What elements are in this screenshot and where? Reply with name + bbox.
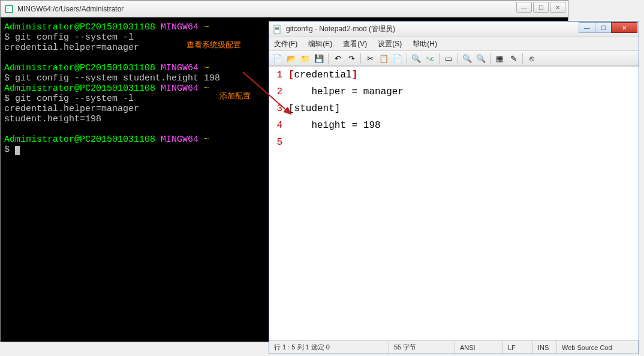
svg-rect-7 (275, 28, 279, 29)
scheme-icon[interactable]: ▦ (493, 52, 505, 64)
status-eol: LF (503, 341, 533, 354)
line-number-gutter: 12345 (269, 67, 286, 340)
minimize-button[interactable]: — (579, 22, 595, 33)
customize-icon[interactable]: ✎ (507, 52, 519, 64)
word-wrap-icon[interactable]: ▭ (443, 52, 455, 64)
menu-item[interactable]: 查看(V) (341, 38, 369, 50)
terminal-titlebar[interactable]: MINGW64:/c/Users/Administrator — ☐ ✕ (1, 1, 568, 17)
line-number: 3 (269, 100, 282, 117)
code-line: [student] (288, 100, 639, 117)
code-content[interactable]: [credential] helper = manager[student] h… (286, 67, 639, 340)
statusbar: 行 1 : 5 列 1 选定 0 55 字节 ANSI LF INS Web S… (269, 340, 639, 354)
close-button[interactable]: ✕ (611, 22, 637, 33)
status-encoding: ANSI (455, 341, 503, 354)
redo-icon[interactable]: ↷ (345, 52, 357, 64)
cut-icon[interactable]: ✂ (364, 52, 376, 64)
notepad-title: gitconfig - Notepad2-mod (管理员) (286, 24, 395, 34)
line-number: 5 (269, 134, 282, 151)
toolbar-separator (522, 53, 523, 64)
code-line: helper = manager (288, 83, 639, 100)
cursor (15, 146, 20, 155)
code-line: height = 198 (288, 117, 639, 134)
copy-icon[interactable]: 📋 (378, 52, 390, 64)
menu-item[interactable]: 设置(S) (375, 38, 404, 50)
toolbar-separator (490, 53, 490, 64)
replace-icon[interactable]: ᵃₐc (424, 52, 436, 64)
paste-icon[interactable]: 📄 (392, 52, 404, 64)
terminal-window-controls: — ☐ ✕ (516, 2, 565, 13)
menubar: 文件(F)编辑(E)查看(V)设置(S)帮助(H) (269, 37, 639, 50)
menu-item[interactable]: 编辑(E) (306, 38, 335, 50)
notepad-titlebar[interactable]: gitconfig - Notepad2-mod (管理员) — ☐ ✕ (269, 22, 639, 37)
toolbar-separator (458, 53, 458, 64)
open-file-icon[interactable]: 📂 (285, 52, 297, 64)
line-number: 4 (269, 117, 282, 134)
code-line: [credential] (288, 67, 639, 83)
terminal-annotation: 添加配置 (219, 91, 251, 101)
status-scheme: Web Source Cod (557, 341, 639, 354)
notepad-window-controls: — ☐ ✕ (579, 22, 637, 33)
minimize-button[interactable]: — (516, 2, 532, 13)
browse-icon[interactable]: 📁 (299, 52, 311, 64)
document-icon (273, 25, 282, 34)
code-line (288, 134, 639, 151)
zoom-out-icon[interactable]: 🔍 (475, 52, 487, 64)
svg-rect-2 (7, 8, 9, 8)
toolbar-separator (439, 53, 440, 64)
terminal-annotation: 查看系统级配置 (186, 40, 241, 50)
save-icon[interactable]: 💾 (313, 52, 325, 64)
editor-area[interactable]: 12345 [credential] helper = manager[stud… (269, 66, 639, 340)
svg-rect-6 (275, 27, 279, 28)
line-number: 1 (269, 67, 282, 83)
zoom-in-icon[interactable]: 🔍 (461, 52, 473, 64)
undo-icon[interactable]: ↶ (332, 52, 344, 64)
menu-item[interactable]: 文件(F) (272, 38, 300, 50)
status-mode: INS (533, 341, 557, 354)
terminal-title: MINGW64:/c/Users/Administrator (17, 5, 124, 13)
toolbar-separator (407, 53, 407, 64)
status-bytes: 55 字节 (389, 341, 455, 354)
toolbar-separator (328, 53, 329, 64)
find-icon[interactable]: 🔍 (410, 52, 422, 64)
svg-rect-1 (6, 6, 12, 12)
close-button[interactable]: ✕ (550, 2, 565, 13)
line-number: 2 (269, 83, 282, 100)
terminal-app-icon (4, 4, 14, 14)
svg-rect-8 (275, 29, 279, 30)
exit-icon[interactable]: ⎋ (526, 52, 538, 64)
status-position: 行 1 : 5 列 1 选定 0 (269, 341, 389, 354)
new-file-icon[interactable]: 📄 (272, 52, 284, 64)
menu-item[interactable]: 帮助(H) (410, 38, 440, 50)
maximize-button[interactable]: ☐ (595, 22, 612, 33)
toolbar: 📄 📂 📁 💾 ↶ ↷ ✂ 📋 📄 🔍 ᵃₐc ▭ 🔍 🔍 ▦ ✎ ⎋ (269, 50, 639, 66)
notepad-window: gitconfig - Notepad2-mod (管理员) — ☐ ✕ 文件(… (269, 21, 639, 354)
toolbar-separator (360, 53, 361, 64)
maximize-button[interactable]: ☐ (533, 2, 549, 13)
